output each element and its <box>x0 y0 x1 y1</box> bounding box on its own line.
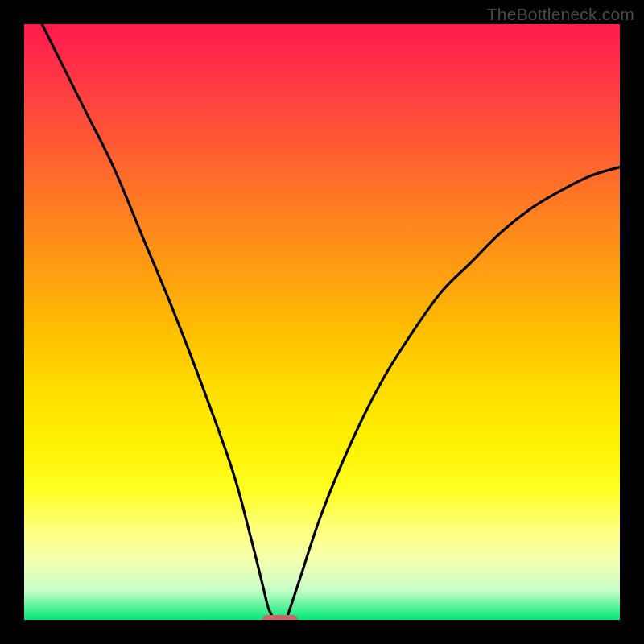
plot-area <box>24 24 620 620</box>
bottleneck-marker <box>262 615 298 620</box>
chart-frame: TheBottleneck.com <box>0 0 644 644</box>
left-curve <box>42 24 275 620</box>
right-curve <box>287 167 620 620</box>
curve-layer <box>24 24 620 620</box>
watermark-text: TheBottleneck.com <box>487 5 634 24</box>
